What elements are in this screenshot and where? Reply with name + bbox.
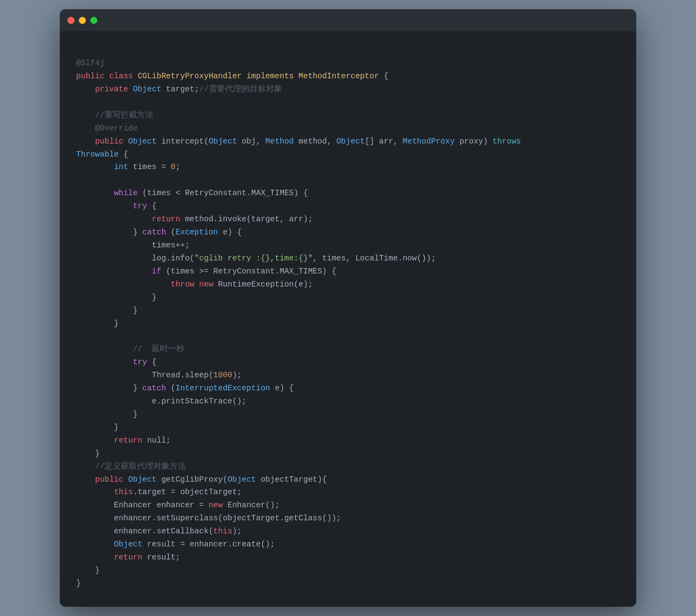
line-times-decl: int times = 0; [76,161,620,174]
line-set-superclass: enhancer.setSuperclass(objectTarget.getC… [76,512,620,525]
line-field: private Object target;//需要代理的目标对象 [76,83,620,96]
line-return-invoke: return method.invoke(target, arr); [76,213,620,226]
line-comment-sleep: // 延时一秒 [76,343,620,356]
line-result: Object result = enhancer.create(); [76,538,620,551]
line-close-intercept: } [76,447,620,461]
line-blank-4 [76,330,620,343]
line-close-class: } [76,577,620,590]
line-blank-1 [76,44,620,57]
line-close-while-2: } [76,421,620,434]
line-blank-3 [76,174,620,187]
minimize-button[interactable] [79,17,86,24]
code-editor: @Slf4j public class CGLibRetryProxyHandl… [60,31,636,607]
line-this-target: this.target = objectTarget; [76,486,620,499]
line-set-callback: enhancer.setCallback(this); [76,525,620,538]
line-close-catch: } [76,304,620,318]
line-at-override: @Override [76,122,620,135]
line-catch-exception: } catch (Exception e) { [76,226,620,239]
line-if-times: if (times >= RetryConstant.MAX_TIMES) { [76,265,620,278]
line-throwable: Throwable { [76,148,620,161]
line-class-decl: public class CGLibRetryProxyHandler impl… [76,70,620,83]
line-thread-sleep: Thread.sleep(1000); [76,369,620,382]
line-while: while (times < RetryConstant.MAX_TIMES) … [76,187,620,200]
line-close-getproxy: } [76,564,620,577]
line-throw-new: throw new RuntimeException(e); [76,278,620,291]
line-comment-override: //重写拦截方法 [76,109,620,122]
line-comment-getproxy: //定义获取代理对象方法 [76,461,620,474]
line-try-1: try { [76,200,620,213]
line-try-2: try { [76,356,620,369]
line-times-pp: times++; [76,239,620,252]
line-return-null: return null; [76,434,620,447]
line-close-catch-2: } [76,408,620,421]
close-button[interactable] [67,17,74,24]
line-annotation: @Slf4j [76,57,620,70]
line-return-result: return result; [76,551,620,564]
maximize-button[interactable] [90,17,97,24]
line-catch-interrupted: } catch (InterruptedException e) { [76,382,620,395]
line-method-getproxy: public Object getCglibProxy(Object objec… [76,474,620,487]
line-blank-2 [76,96,620,109]
line-print-stack: e.printStackTrace(); [76,395,620,408]
line-close-if: } [76,291,620,304]
titlebar [60,9,636,31]
line-method-intercept: public Object intercept(Object obj, Meth… [76,135,620,148]
line-log-info: log.info("cglib retry :{},time:{}", time… [76,252,620,265]
line-close-while: } [76,318,620,331]
code-window: @Slf4j public class CGLibRetryProxyHandl… [60,9,636,607]
line-enhancer-new: Enhancer enhancer = new Enhancer(); [76,499,620,512]
